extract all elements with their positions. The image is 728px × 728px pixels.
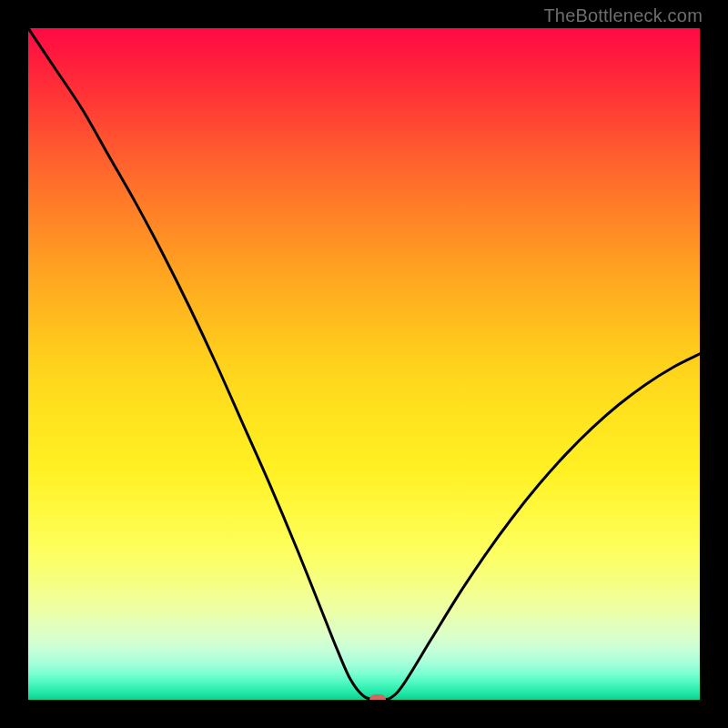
bottleneck-marker <box>369 694 386 700</box>
plot-area <box>28 28 700 700</box>
attribution-text: TheBottleneck.com <box>543 5 703 26</box>
bottleneck-curve <box>28 28 700 700</box>
chart-container: TheBottleneck.com <box>0 0 728 728</box>
